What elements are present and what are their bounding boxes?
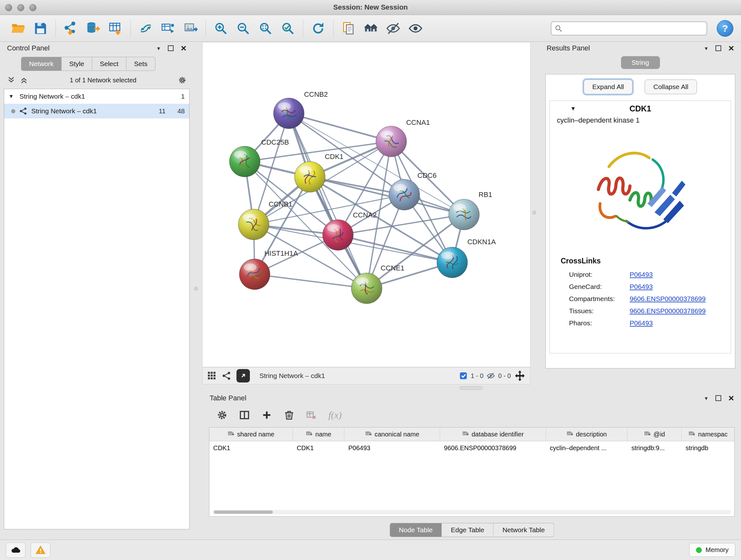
close-panel-icon[interactable]: ×: [728, 393, 734, 403]
export-image-button[interactable]: [180, 18, 201, 39]
crosslink-link[interactable]: P06493: [630, 271, 653, 278]
crosslinks-title: CrossLinks: [561, 257, 731, 265]
annotations-button[interactable]: [338, 18, 359, 39]
collapse-all-icon[interactable]: [7, 76, 15, 84]
table-gear-icon[interactable]: [217, 410, 227, 421]
network-name: String Network – cdk1: [31, 107, 97, 115]
network-node-HIST1H1A[interactable]: HIST1H1A: [239, 249, 298, 290]
left-splitter-grip[interactable]: [194, 287, 198, 291]
network-node-CDK1[interactable]: CDK1: [294, 152, 343, 192]
close-panel-icon[interactable]: ×: [181, 44, 186, 53]
selected-checkbox-icon[interactable]: [459, 372, 468, 380]
crosslink-link[interactable]: 9606.ENSP00000378699: [630, 307, 705, 315]
zoom-out-button[interactable]: [232, 18, 254, 39]
expand-all-icon[interactable]: [20, 76, 28, 84]
column-header-description[interactable]: description: [546, 428, 628, 441]
database-import-icon: [86, 21, 100, 36]
main-toolbar: ?: [0, 15, 741, 42]
search-input[interactable]: [551, 21, 707, 36]
panel-menu-icon[interactable]: ▼: [704, 395, 709, 401]
table-row[interactable]: CDK1 CDK1 P06493 9606.ENSP00000378699 cy…: [209, 441, 734, 455]
save-session-button[interactable]: [30, 18, 51, 39]
network-node-CDC25B[interactable]: CDC25B: [229, 138, 289, 177]
collection-count: 1: [174, 92, 185, 100]
column-header-name[interactable]: name: [293, 428, 345, 441]
window-title: Session: New Session: [0, 0, 741, 15]
protein-section: ▼ CDK1 cyclin–dependent kinase 1: [549, 101, 731, 354]
add-column-icon[interactable]: [261, 410, 272, 421]
right-splitter-grip[interactable]: [532, 211, 536, 214]
panel-menu-icon[interactable]: ▼: [704, 46, 709, 51]
clone-network-button[interactable]: [135, 18, 156, 39]
open-session-button[interactable]: [8, 18, 29, 39]
network-canvas[interactable]: CCNB2CCNA1CDC25BCDK1CDC6RB1CCNB1CCNA2CDK…: [202, 42, 530, 367]
network-node-CCNE1[interactable]: CCNE1: [351, 264, 404, 304]
horizontal-scrollbar[interactable]: [212, 510, 731, 514]
column-header-canonical-name[interactable]: canonical name: [344, 428, 440, 441]
warnings-button[interactable]: [30, 543, 51, 558]
network-collection-row[interactable]: ▼ String Network – cdk1 1: [4, 89, 189, 104]
network-node-CCNB2[interactable]: CCNB2: [273, 90, 328, 129]
tab-sets[interactable]: Sets: [126, 57, 155, 71]
tab-network-table[interactable]: Network Table: [493, 523, 554, 537]
column-header-namespace[interactable]: namespac: [682, 428, 734, 441]
help-button[interactable]: ?: [717, 20, 733, 37]
tab-node-table[interactable]: Node Table: [390, 523, 442, 537]
float-panel-icon[interactable]: [168, 45, 174, 51]
zoom-fit-button[interactable]: [255, 18, 276, 39]
delete-column-icon[interactable]: [284, 410, 294, 421]
network-overview-button[interactable]: [360, 18, 381, 39]
network-share-icon[interactable]: [222, 371, 231, 381]
apply-style-button[interactable]: [308, 18, 329, 39]
network-edge-CCNB2-CCNE1[interactable]: [289, 113, 367, 288]
column-header-shared-name[interactable]: shared name: [209, 428, 293, 441]
tab-network[interactable]: Network: [21, 57, 62, 71]
network-node-CDKN1A[interactable]: CDKN1A: [437, 238, 496, 278]
gear-icon[interactable]: [178, 76, 186, 84]
hide-selected-button[interactable]: [383, 18, 404, 39]
tab-string[interactable]: String: [621, 56, 660, 69]
hidden-eye-slash-icon[interactable]: [487, 372, 495, 380]
protein-section-expander-icon[interactable]: ▼: [570, 105, 576, 112]
panel-menu-icon[interactable]: ▼: [156, 46, 161, 51]
network-edge-CCNB2-CCNA1[interactable]: [289, 113, 391, 141]
import-table-button[interactable]: [105, 18, 126, 39]
network-edge-HIST1H1A-CCNE1[interactable]: [255, 274, 367, 288]
cloud-button[interactable]: [6, 543, 25, 558]
bottom-splitter-grip[interactable]: [460, 386, 482, 390]
import-network-database-button[interactable]: [83, 18, 104, 39]
float-panel-icon[interactable]: [716, 45, 721, 51]
collection-expander-icon[interactable]: ▼: [9, 94, 16, 99]
detach-view-button[interactable]: [237, 369, 250, 382]
tab-select[interactable]: Select: [92, 57, 126, 71]
zoom-in-button[interactable]: [210, 18, 231, 39]
string-network-graph[interactable]: CCNB2CCNA1CDC25BCDK1CDC6RB1CCNB1CCNA2CDK…: [203, 43, 530, 367]
close-panel-icon[interactable]: ×: [728, 44, 734, 53]
expand-all-button[interactable]: Expand All: [584, 79, 632, 94]
network-node-CCNB1[interactable]: CCNB1: [239, 200, 292, 240]
show-all-button[interactable]: [405, 18, 426, 39]
node-label-HIST1H1A: HIST1H1A: [264, 249, 298, 257]
select-columns-icon[interactable]: [239, 410, 250, 421]
crosslink-link[interactable]: 9606.ENSP00000378699: [630, 295, 705, 303]
import-network-file-button[interactable]: [60, 18, 81, 39]
crosslink-link[interactable]: P06493: [630, 319, 653, 327]
crosslink-row-uniprot: Uniprot: P06493: [550, 268, 731, 281]
scrollbar-thumb[interactable]: [214, 510, 273, 514]
tab-style[interactable]: Style: [62, 57, 92, 71]
network-node-CCNA1[interactable]: CCNA1: [376, 118, 430, 157]
tab-edge-table[interactable]: Edge Table: [442, 523, 494, 537]
column-header-database-identifier[interactable]: database identifier: [440, 428, 546, 441]
float-panel-icon[interactable]: [716, 395, 721, 401]
memory-button[interactable]: Memory: [689, 543, 735, 557]
column-header-id[interactable]: @id: [627, 428, 682, 441]
pan-move-icon[interactable]: [514, 370, 526, 381]
collapse-all-button[interactable]: Collapse All: [645, 79, 697, 94]
crosslink-link[interactable]: P06493: [630, 283, 653, 291]
birds-eye-view-icon[interactable]: [207, 371, 217, 381]
network-from-table-button[interactable]: [158, 18, 179, 39]
network-row[interactable]: String Network – cdk1 11 48: [4, 104, 189, 118]
network-node-RB1[interactable]: RB1: [449, 191, 492, 230]
network-node-CDC6[interactable]: CDC6: [389, 172, 436, 210]
zoom-selected-button[interactable]: [277, 18, 298, 39]
